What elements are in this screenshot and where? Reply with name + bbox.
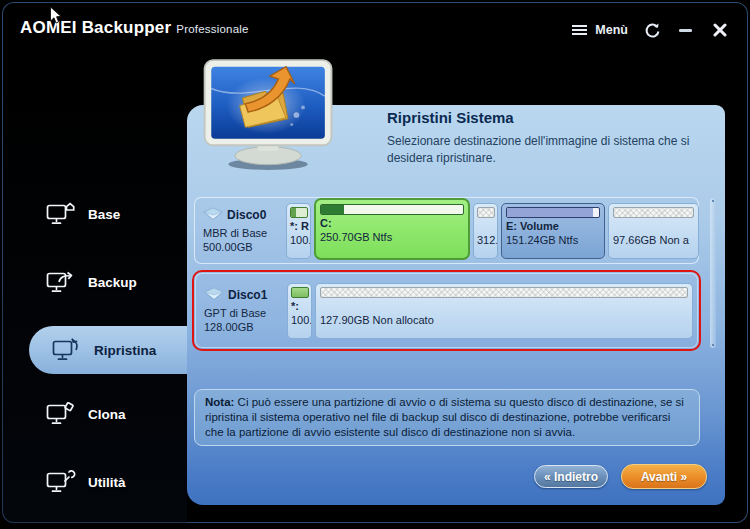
system-restore-icon [198, 58, 340, 172]
disk-row-disco0: Disco0 MBR di Base 500.00GB *: R 100. C:… [194, 197, 699, 264]
disk-name: Disco1 [228, 288, 267, 304]
app-edition: Professionale [176, 23, 248, 35]
monitor-clone-icon [46, 402, 76, 426]
app-name: AOMEI Backupper [20, 18, 171, 37]
next-button[interactable]: Avanti » [621, 464, 707, 489]
back-button[interactable]: « Indietro [534, 465, 608, 488]
partition-unallocated-wide[interactable]: 127.90GB Non allocato [315, 283, 693, 339]
sidebar-item-label: Clona [88, 407, 126, 422]
page-title: Ripristini Sistema [387, 109, 514, 126]
note-label: Nota: [205, 396, 234, 408]
disk-type: MBR di Base [203, 226, 283, 240]
sidebar-item-ripristina[interactable]: Ripristina [29, 330, 187, 370]
monitor-restore-icon [52, 338, 82, 362]
window-chrome: AOMEI BackupperProfessionale Menù [2, 2, 748, 523]
sidebar: Base Backup [2, 57, 187, 523]
sidebar-item-label: Ripristina [94, 343, 156, 358]
sidebar-item-backup[interactable]: Backup [2, 262, 187, 302]
refresh-icon[interactable] [642, 20, 662, 40]
disk-icon [204, 287, 224, 306]
disk-list-scrollbar[interactable] [710, 198, 716, 348]
sidebar-item-utilita[interactable]: Utilità [2, 462, 187, 502]
mouse-cursor-icon [49, 6, 63, 26]
monitor-home-icon [46, 202, 76, 226]
destination-disk-highlight: Disco1 GPT di Base 128.00GB *: 100. 127.… [192, 270, 701, 351]
disk-size: 500.00GB [203, 240, 283, 254]
disk-size: 128.00GB [204, 320, 284, 334]
partition-small-unallocated[interactable]: 312. [473, 203, 498, 259]
partition-usage-bar [477, 207, 495, 218]
sidebar-item-label: Utilità [88, 475, 126, 490]
hamburger-menu-icon [569, 20, 589, 40]
note-box: Nota: Ci può essere una partizione di av… [194, 389, 700, 446]
partition-efi[interactable]: *: 100. [287, 283, 312, 339]
sidebar-item-clona[interactable]: Clona [2, 394, 187, 434]
disk-info-disco1: Disco1 GPT di Base 128.00GB [200, 287, 284, 334]
menu-button[interactable]: Menù [569, 20, 628, 40]
note-text: Ci può essere una partizione di avvio o … [205, 396, 684, 438]
sidebar-item-label: Backup [88, 275, 137, 290]
page-subtitle: Selezionare destinazione dell'immagine d… [387, 133, 722, 166]
monitor-wrench-icon [46, 470, 76, 494]
partition-usage-bar [506, 207, 600, 218]
close-icon[interactable] [710, 20, 730, 40]
partition-e-volume[interactable]: E: Volume 151.24GB Ntfs [501, 203, 605, 259]
partition-system-reserved[interactable]: *: R 100. [286, 203, 311, 259]
minimize-icon[interactable] [676, 20, 696, 40]
disk-type: GPT di Base [204, 306, 284, 320]
menu-label: Menù [595, 23, 628, 37]
disk-name: Disco0 [227, 208, 266, 224]
partition-usage-bar [290, 207, 308, 218]
partition-usage-bar [320, 287, 688, 298]
partition-usage-bar [291, 287, 309, 298]
disk-row-disco1[interactable]: Disco1 GPT di Base 128.00GB *: 100. 127.… [195, 273, 698, 348]
partition-usage-bar [320, 204, 464, 215]
sidebar-item-base[interactable]: Base [2, 194, 187, 234]
partition-usage-bar [613, 207, 694, 218]
partition-unallocated[interactable]: 97.66GB Non a [608, 203, 699, 259]
monitor-backup-icon [46, 270, 76, 294]
disk-info-disco0: Disco0 MBR di Base 500.00GB [199, 207, 283, 254]
disk-icon [203, 207, 223, 226]
sidebar-item-label: Base [88, 207, 120, 222]
partition-c-selected[interactable]: C: 250.70GB Ntfs [314, 198, 470, 260]
app-window: AOMEI BackupperProfessionale Menù [0, 0, 750, 529]
